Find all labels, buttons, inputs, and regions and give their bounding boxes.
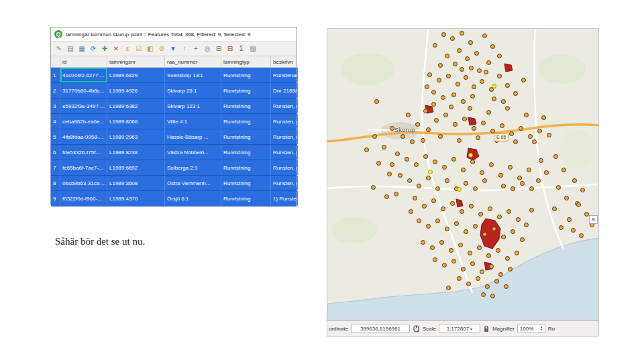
cell[interactable]: Östra Vemmenh...	[165, 176, 221, 190]
lock-scale-icon[interactable]	[483, 325, 490, 333]
cell[interactable]: Runsten, gr...	[271, 114, 298, 129]
table-row[interactable]: 6fde53326-f75f-...L1989:8238Västra Nöbbe…	[51, 145, 297, 160]
cell[interactable]: Örsjö 6:1	[165, 191, 221, 206]
feature-point	[451, 93, 456, 97]
feature-point	[506, 209, 511, 214]
cell[interactable]: Skivarp 123:1	[165, 99, 221, 113]
row-number[interactable]: 4	[51, 114, 60, 129]
cell[interactable]: Dnr 2189/8...	[271, 83, 298, 98]
cell[interactable]: L1989:6829	[107, 68, 165, 82]
cell[interactable]: f0322f0d-f960-...	[60, 191, 107, 206]
invert-selection-icon[interactable]: ◧	[146, 44, 155, 54]
toggle-editing-icon[interactable]: ✎	[54, 44, 64, 54]
cell[interactable]: Runristning	[221, 129, 271, 144]
cell[interactable]: Runristning	[221, 191, 271, 206]
delete-selected-icon[interactable]: ✕	[111, 44, 121, 54]
field-calculator-icon[interactable]: Σ	[237, 44, 246, 54]
conditional-format-icon[interactable]: ▨	[248, 44, 258, 54]
cell[interactable]: 0bcb9b63-31ca-...	[60, 176, 107, 190]
cell[interactable]: Västra Nöbbelö...	[165, 145, 221, 160]
select-expression-icon[interactable]: ε	[123, 44, 132, 54]
new-field-icon[interactable]: ⊞	[214, 44, 223, 54]
cell[interactable]: L1989:6382	[107, 99, 165, 113]
scale-combobox[interactable]: 1:172807 ▾	[439, 324, 480, 333]
cell[interactable]: Runristning	[221, 160, 271, 175]
pan-to-selection-icon[interactable]: +	[191, 44, 201, 54]
row-number[interactable]: 5	[51, 129, 60, 144]
cell[interactable]: fe65ba6f-7ac7-...	[60, 160, 107, 175]
feature-point	[374, 99, 379, 104]
table-row[interactable]: 9f0322f0d-f960-...L1989:4370Örsjö 6:1Run…	[51, 191, 297, 206]
cell[interactable]: L1989:8066	[107, 114, 165, 129]
cell[interactable]: Runristning	[221, 99, 271, 113]
cell[interactable]: L1989:3608	[107, 176, 165, 190]
move-selection-top-icon[interactable]: ↑	[180, 44, 189, 54]
coordinate-input[interactable]: 399636,6156961	[351, 324, 410, 333]
column-header-id[interactable]: id	[60, 56, 107, 67]
cell[interactable]: Runristning	[221, 176, 271, 190]
cell[interactable]: L1989:8238	[107, 145, 165, 160]
table-row[interactable]: 80bcb9b63-31ca-...L1989:3608Östra Vemmen…	[51, 176, 297, 191]
cell[interactable]: fde53326-f75f-...	[60, 145, 107, 160]
row-number[interactable]: 1	[51, 68, 60, 82]
cell[interactable]: Runsten, gr...	[271, 145, 298, 160]
cell[interactable]: Hassle-Bösarp ...	[165, 129, 221, 144]
cell[interactable]: Skivarp 25:1	[165, 83, 221, 98]
deselect-all-icon[interactable]: ⊘	[157, 44, 166, 54]
map-canvas[interactable]: Skurup E 65 9	[327, 28, 599, 320]
table-row[interactable]: 141c044f2-6277-...L1989:6829Svenstorp 13…	[51, 68, 297, 83]
row-number[interactable]: 3	[51, 99, 60, 113]
row-number[interactable]: 6	[51, 145, 60, 160]
mouse-position-icon[interactable]	[413, 325, 420, 333]
cell[interactable]: L1989:6692	[107, 160, 165, 175]
table-row[interactable]: 3e5932f3e-3497-...L1989:6382Skivarp 123:…	[51, 99, 297, 114]
row-number[interactable]: 8	[51, 176, 60, 190]
cell[interactable]: 1) Runsten,...	[271, 191, 298, 206]
feature-point	[547, 133, 551, 137]
table-row[interactable]: 231770b80-4b8c...L1989:4926Skivarp 25:1R…	[51, 83, 297, 99]
save-edits-icon[interactable]: ▦	[77, 44, 87, 54]
cell[interactable]: Runsten, gr...	[271, 176, 298, 190]
window-titlebar[interactable]: Q lamningar kommun skurup point :: Featu…	[51, 27, 297, 42]
row-number[interactable]: 2	[51, 83, 60, 98]
filter-selection-icon[interactable]: ▼	[168, 44, 178, 54]
feature-point	[451, 259, 456, 263]
spinner-arrows-icon[interactable]: ▲▼	[540, 326, 543, 331]
table-row[interactable]: 4ceba962b-ea6e...L1989:8066Villie 4:1Run…	[51, 114, 297, 129]
row-number[interactable]: 9	[51, 191, 60, 206]
cell[interactable]: e5932f3e-3497-...	[60, 99, 107, 113]
cell[interactable]: Runsten, gr...	[271, 160, 298, 175]
cell[interactable]: Runristning	[221, 114, 271, 129]
column-header-lamningsnr[interactable]: lamningsnr	[107, 56, 165, 67]
multiedit-icon[interactable]: ▤	[66, 44, 75, 54]
cell[interactable]: ceba962b-ea6e...	[60, 114, 107, 129]
row-number[interactable]: 7	[51, 160, 60, 175]
table-row[interactable]: 7fe65ba6f-7ac7-...L1989:6692Solberga 2:1…	[51, 160, 297, 176]
cell[interactable]: Runsten, un...	[271, 99, 298, 113]
corner-cell[interactable]	[51, 56, 60, 67]
cell[interactable]: Runristning	[221, 68, 271, 82]
cell[interactable]: Runristning	[221, 145, 271, 160]
cell[interactable]: 31770b80-4b8c...	[60, 83, 107, 98]
cell[interactable]: Villie 4:1	[165, 114, 221, 129]
cell[interactable]: Runsten, up...	[271, 129, 298, 144]
cell[interactable]: Runristning	[221, 83, 271, 98]
table-row[interactable]: 54fb8fdaa-9958-...L1989:2963Hassle-Bösar…	[51, 129, 297, 145]
cell[interactable]: 41c044f2-6277-...	[60, 68, 107, 82]
column-header-raa_nummer[interactable]: raa_nummer	[165, 56, 221, 67]
cell[interactable]: 4fb8fdaa-9958-...	[60, 129, 107, 144]
add-feature-icon[interactable]: ✚	[100, 44, 109, 54]
select-all-icon[interactable]: ☑	[134, 44, 144, 54]
cell[interactable]: Solberga 2:1	[165, 160, 221, 175]
zoom-to-selection-icon[interactable]: ◎	[203, 44, 212, 54]
cell[interactable]: Runstenar, ...	[271, 68, 298, 82]
cell[interactable]: L1989:2963	[107, 129, 165, 144]
column-header-lamningtyp[interactable]: lamningtyp	[221, 56, 271, 67]
cell[interactable]: Svenstorp 13:1	[165, 68, 221, 82]
column-header-beskrivn[interactable]: beskrivn	[271, 56, 298, 67]
delete-field-icon[interactable]: ⊟	[225, 44, 235, 54]
cell[interactable]: L1989:4926	[107, 83, 165, 98]
magnifier-spinbox[interactable]: 100% ▲▼	[517, 324, 545, 333]
reload-icon[interactable]: ⟳	[89, 44, 98, 54]
cell[interactable]: L1989:4370	[107, 191, 165, 206]
